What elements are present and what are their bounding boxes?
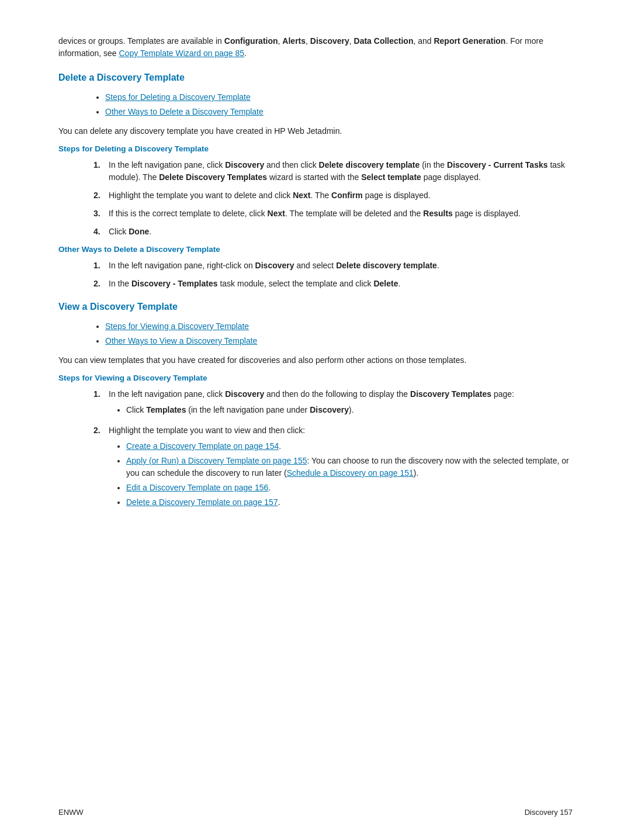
- delete-step-1: 1. In the left navigation pane, click Di…: [93, 159, 573, 184]
- delete-step-2-content: Highlight the template you want to delet…: [109, 189, 573, 202]
- view-desc: You can view templates that you have cre…: [58, 354, 573, 367]
- footer-right: Discovery 157: [525, 808, 573, 817]
- view-step-2-sub-2: Apply (or Run) a Discovery Template on p…: [126, 455, 573, 479]
- steps-deleting-link[interactable]: Steps for Deleting a Discovery Template: [105, 92, 251, 102]
- view-step-1-sub-1: Click Templates (in the left navigation …: [126, 404, 573, 416]
- view-step-2-content: Highlight the template you want to view …: [109, 424, 573, 511]
- view-step-2-sub-3: Edit a Discovery Template on page 156.: [126, 482, 573, 494]
- steps-viewing-heading: Steps for Viewing a Discovery Template: [58, 374, 573, 382]
- view-step-1-content: In the left navigation pane, click Disco…: [109, 388, 573, 419]
- intro-paragraph: devices or groups. Templates are availab…: [58, 35, 573, 60]
- view-step-1: 1. In the left navigation pane, click Di…: [93, 388, 573, 419]
- copy-template-link[interactable]: Copy Template Wizard on page 85: [119, 49, 245, 58]
- delete-step-3: 3. If this is the correct template to de…: [93, 208, 573, 220]
- view-toc-item-2: Other Ways to View a Discovery Template: [105, 335, 573, 347]
- intro-text4: ,: [349, 36, 354, 46]
- delete-step-2-num: 2.: [93, 189, 109, 202]
- apply-template-link[interactable]: Apply (or Run) a Discovery Template on p…: [126, 456, 307, 465]
- footer-left: ENWW: [58, 808, 84, 817]
- schedule-discovery-link[interactable]: Schedule a Discovery on page 151: [287, 468, 414, 478]
- delete-step-3-num: 3.: [93, 208, 109, 220]
- other-delete-step-2: 2. In the Discovery - Templates task mod…: [93, 278, 573, 290]
- delete-step-2: 2. Highlight the template you want to de…: [93, 189, 573, 202]
- other-delete-step-1-num: 1.: [93, 260, 109, 272]
- delete-step-3-content: If this is the correct template to delet…: [109, 208, 573, 220]
- view-step-1-sub-list: Click Templates (in the left navigation …: [126, 404, 573, 416]
- view-section: View a Discovery Template Steps for View…: [58, 302, 573, 511]
- intro-bold5: Report Generation: [434, 36, 505, 46]
- steps-viewing-link[interactable]: Steps for Viewing a Discovery Template: [105, 322, 249, 331]
- steps-deleting-heading: Steps for Deleting a Discovery Template: [58, 144, 573, 153]
- view-step-2-sub-list: Create a Discovery Template on page 154.…: [126, 440, 573, 509]
- intro-bold3: Discovery: [310, 36, 349, 46]
- delete-step-1-num: 1.: [93, 159, 109, 184]
- page-content: devices or groups. Templates are availab…: [0, 0, 631, 569]
- delete-toc-list: Steps for Deleting a Discovery Template …: [105, 91, 573, 118]
- delete-toc-item-1: Steps for Deleting a Discovery Template: [105, 91, 573, 103]
- view-step-2-sub-1: Create a Discovery Template on page 154.: [126, 440, 573, 452]
- delete-step-4-content: Click Done.: [109, 226, 573, 238]
- delete-step-1-content: In the left navigation pane, click Disco…: [109, 159, 573, 184]
- other-delete-steps-list: 1. In the left navigation pane, right-cl…: [93, 260, 573, 290]
- intro-text1: devices or groups. Templates are availab…: [58, 36, 224, 46]
- delete-desc: You can delete any discovery template yo…: [58, 125, 573, 137]
- delete-section: Delete a Discovery Template Steps for De…: [58, 72, 573, 290]
- create-template-link[interactable]: Create a Discovery Template on page 154: [126, 441, 279, 451]
- footer: ENWW Discovery 157: [58, 808, 573, 817]
- view-step-2-sub-4: Delete a Discovery Template on page 157.: [126, 496, 573, 509]
- delete-template-link[interactable]: Delete a Discovery Template on page 157: [126, 497, 278, 507]
- intro-text5: , and: [413, 36, 434, 46]
- view-heading: View a Discovery Template: [58, 302, 573, 312]
- view-steps-list: 1. In the left navigation pane, click Di…: [93, 388, 573, 511]
- intro-bold1: Configuration: [224, 36, 278, 46]
- intro-bold4: Data Collection: [354, 36, 414, 46]
- other-ways-deleting-link[interactable]: Other Ways to Delete a Discovery Templat…: [105, 107, 264, 116]
- view-toc-item-1: Steps for Viewing a Discovery Template: [105, 320, 573, 333]
- other-ways-viewing-link[interactable]: Other Ways to View a Discovery Template: [105, 336, 257, 345]
- view-toc-list: Steps for Viewing a Discovery Template O…: [105, 320, 573, 347]
- delete-toc-item-2: Other Ways to Delete a Discovery Templat…: [105, 106, 573, 118]
- other-delete-step-1: 1. In the left navigation pane, right-cl…: [93, 260, 573, 272]
- other-ways-deleting-heading: Other Ways to Delete a Discovery Templat…: [58, 245, 573, 254]
- other-delete-step-2-content: In the Discovery - Templates task module…: [109, 278, 573, 290]
- intro-text3: ,: [306, 36, 310, 46]
- view-step-1-num: 1.: [93, 388, 109, 419]
- delete-step-4-num: 4.: [93, 226, 109, 238]
- delete-step-4: 4. Click Done.: [93, 226, 573, 238]
- view-step-2: 2. Highlight the template you want to vi…: [93, 424, 573, 511]
- delete-heading: Delete a Discovery Template: [58, 72, 573, 83]
- intro-text7: .: [244, 49, 247, 58]
- other-delete-step-2-num: 2.: [93, 278, 109, 290]
- intro-bold2: Alerts: [282, 36, 306, 46]
- other-delete-step-1-content: In the left navigation pane, right-click…: [109, 260, 573, 272]
- edit-template-link[interactable]: Edit a Discovery Template on page 156: [126, 483, 268, 492]
- view-step-2-num: 2.: [93, 424, 109, 511]
- delete-steps-list: 1. In the left navigation pane, click Di…: [93, 159, 573, 238]
